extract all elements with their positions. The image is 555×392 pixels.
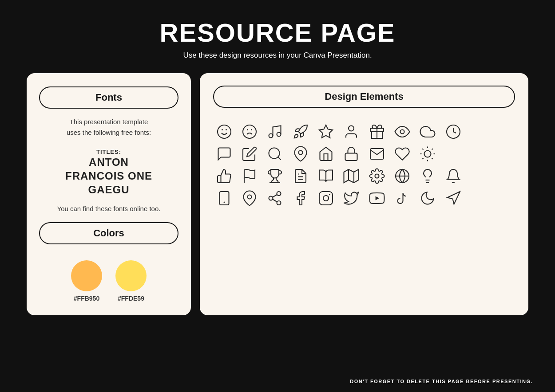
font-name-3: GAEGU [65, 183, 152, 196]
colors-badge: Colors [39, 222, 178, 244]
icon-eye [391, 124, 413, 140]
icon-thumbsup [213, 168, 235, 184]
color-item-2: #FFDE59 [115, 260, 147, 302]
icon-lightbulb [417, 168, 439, 184]
main-content: Fonts This presentation template uses th… [27, 73, 528, 315]
svg-marker-48 [375, 196, 379, 200]
svg-point-43 [277, 201, 281, 205]
icon-lock [341, 146, 362, 162]
icon-bell [442, 168, 464, 184]
color-circle-1 [71, 260, 102, 291]
icon-empty6 [468, 168, 489, 184]
icon-location [238, 190, 260, 206]
svg-point-6 [269, 134, 273, 138]
svg-point-33 [375, 174, 379, 178]
icon-sad [238, 124, 260, 140]
svg-line-15 [278, 157, 281, 160]
svg-line-26 [432, 149, 433, 149]
page-title: RESOURCE PAGE [160, 18, 396, 47]
color-swatches: #FFB950 #FFDE59 [71, 260, 147, 302]
icon-mail [366, 146, 388, 162]
icon-twitter [341, 190, 362, 206]
icon-empty4 [468, 146, 489, 162]
icon-empty1 [468, 124, 489, 140]
fonts-badge: Fonts [39, 86, 178, 109]
icon-smiley [213, 124, 235, 140]
svg-marker-8 [319, 125, 333, 138]
icon-gift [366, 124, 388, 140]
icon-share [264, 190, 286, 206]
svg-marker-30 [344, 169, 359, 183]
svg-line-44 [273, 199, 277, 202]
color-item-1: #FFB950 [71, 260, 102, 302]
right-panel: Design Elements [200, 73, 528, 315]
icon-tiktok [391, 190, 413, 206]
icon-map [341, 168, 362, 184]
svg-rect-17 [345, 153, 357, 161]
svg-point-18 [424, 151, 431, 157]
svg-point-42 [269, 196, 273, 200]
color-label-2: #FFDE59 [118, 295, 144, 302]
icon-cloud [417, 124, 439, 140]
svg-point-41 [277, 192, 281, 196]
icon-sun [417, 146, 439, 162]
page-header: RESOURCE PAGE Use these design resources… [160, 0, 396, 69]
find-fonts-text: You can find these fonts online too. [57, 205, 161, 212]
svg-point-40 [247, 195, 251, 199]
icons-grid [213, 124, 515, 206]
icon-youtube [366, 190, 388, 206]
left-panel: Fonts This presentation template uses th… [27, 73, 191, 315]
icon-facebook [289, 190, 311, 206]
icon-rocket [289, 124, 311, 140]
svg-point-14 [269, 148, 280, 159]
icon-moon [417, 190, 439, 206]
svg-point-7 [277, 133, 281, 137]
fonts-list: TITLES: ANTON FRANCOIS ONE GAEGU [65, 149, 152, 197]
icon-empty8 [468, 190, 489, 206]
icon-empty2 [493, 124, 515, 140]
icon-home [315, 146, 337, 162]
icon-empty9 [493, 190, 515, 206]
icon-user [341, 124, 362, 140]
icon-search [264, 146, 286, 162]
icon-flag [238, 168, 260, 184]
svg-point-16 [298, 151, 302, 155]
icon-trophy [264, 168, 286, 184]
svg-line-21 [423, 149, 424, 149]
design-elements-badge: Design Elements [213, 86, 515, 108]
icon-megaphone [442, 190, 464, 206]
svg-point-9 [349, 126, 354, 131]
icon-instagram [315, 190, 337, 206]
svg-line-45 [273, 195, 277, 197]
icon-empty7 [493, 168, 515, 184]
icon-heart [391, 146, 413, 162]
colors-section: Colors #FFB950 #FFDE59 [39, 222, 178, 302]
icon-chat [213, 146, 235, 162]
icon-empty5 [493, 146, 515, 162]
icon-clock [442, 124, 464, 140]
icon-music [264, 124, 286, 140]
footer-note: DON'T FORGET TO DELETE THIS PAGE BEFORE … [350, 379, 533, 384]
icon-pin [289, 146, 311, 162]
titles-label: TITLES: [65, 149, 152, 155]
icon-globe [391, 168, 413, 184]
icon-star [315, 124, 337, 140]
svg-point-0 [218, 125, 231, 138]
font-name-2: FRANCOIS ONE [65, 169, 152, 183]
page-subtitle: Use these design resources in your Canva… [160, 51, 396, 60]
icon-settings [366, 168, 388, 184]
icon-book [315, 168, 337, 184]
svg-line-22 [432, 158, 433, 159]
icon-edit [238, 146, 260, 162]
font-name-1: ANTON [65, 155, 152, 169]
icon-file [289, 168, 311, 184]
icon-empty3 [442, 146, 464, 162]
color-label-1: #FFB950 [74, 295, 99, 302]
svg-line-25 [423, 158, 424, 159]
color-circle-2 [115, 260, 147, 291]
svg-rect-46 [319, 192, 333, 205]
svg-point-12 [400, 130, 404, 134]
svg-point-3 [243, 125, 256, 138]
icon-phone [213, 190, 235, 206]
fonts-description: This presentation template uses the foll… [67, 117, 151, 138]
